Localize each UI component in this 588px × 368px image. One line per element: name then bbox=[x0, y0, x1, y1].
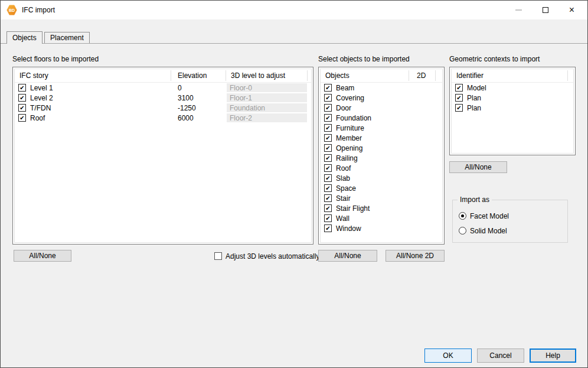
floor-elevation: 6000 bbox=[178, 114, 194, 122]
floor-3d-level[interactable]: Foundation bbox=[227, 103, 307, 112]
floors-all-none-button[interactable]: All/None bbox=[14, 250, 71, 262]
column-divider bbox=[226, 70, 226, 81]
object-row: ✔ Opening bbox=[321, 144, 442, 154]
adjust-3d-levels-checkbox[interactable]: ✔ bbox=[214, 252, 222, 260]
contexts-section-label: Geometric contexts to import bbox=[449, 55, 540, 63]
object-label: Stair bbox=[336, 194, 351, 203]
floor-row: ✔ Level 2 3100 Floor-1 bbox=[15, 93, 311, 103]
maximize-icon bbox=[543, 7, 548, 13]
object-checkbox[interactable]: ✔ bbox=[324, 224, 332, 232]
object-checkbox[interactable]: ✔ bbox=[324, 214, 332, 222]
object-label: Space bbox=[336, 184, 356, 193]
ifc-import-dialog: BD IFC import × Objects Placement Select… bbox=[0, 0, 588, 368]
facet-model-radio[interactable] bbox=[459, 212, 466, 220]
object-checkbox[interactable]: ✔ bbox=[324, 114, 332, 122]
column-divider bbox=[307, 70, 308, 81]
checkmark-icon: ✔ bbox=[325, 135, 330, 141]
object-label: Member bbox=[336, 134, 362, 142]
solid-model-radio[interactable] bbox=[459, 227, 466, 235]
object-row: ✔ Roof bbox=[321, 164, 442, 174]
object-label: Opening bbox=[336, 144, 362, 152]
object-label: Railing bbox=[336, 154, 358, 162]
object-row: ✔ Slab bbox=[321, 174, 442, 184]
object-label: Beam bbox=[336, 84, 354, 92]
floor-3d-level[interactable]: Floor-2 bbox=[227, 113, 307, 122]
close-icon: × bbox=[569, 5, 574, 15]
floor-3d-level[interactable]: Floor-1 bbox=[227, 93, 307, 102]
checkmark-icon: ✔ bbox=[456, 85, 461, 91]
objects-all-none-2d-button[interactable]: All/None 2D bbox=[386, 250, 445, 262]
object-checkbox[interactable]: ✔ bbox=[324, 84, 332, 92]
checkmark-icon: ✔ bbox=[325, 206, 330, 211]
object-row: ✔ Door bbox=[321, 103, 442, 113]
checkmark-icon: ✔ bbox=[19, 95, 24, 101]
object-checkbox[interactable]: ✔ bbox=[324, 194, 332, 202]
checkmark-icon: ✔ bbox=[19, 105, 24, 111]
objects-list-header: Objects 2D bbox=[321, 69, 442, 83]
object-row: ✔ Stair bbox=[321, 194, 442, 204]
object-label: Covering bbox=[336, 94, 364, 102]
context-checkbox[interactable]: ✔ bbox=[455, 84, 463, 92]
minimize-icon bbox=[515, 9, 522, 11]
floors-table-header: IFC story Elevation 3D level to adjust bbox=[15, 69, 311, 83]
object-row: ✔ Wall bbox=[321, 214, 442, 224]
cancel-button[interactable]: Cancel bbox=[477, 349, 524, 363]
minimize-button[interactable] bbox=[505, 1, 532, 19]
help-button[interactable]: Help bbox=[530, 349, 576, 363]
object-label: Stair Flight bbox=[336, 204, 370, 213]
contexts-all-none-button[interactable]: All/None bbox=[449, 161, 507, 173]
app-icon-text: BD bbox=[9, 8, 15, 12]
checkmark-icon: ✔ bbox=[325, 125, 330, 131]
context-row: ✔ Model bbox=[452, 83, 573, 93]
object-checkbox[interactable]: ✔ bbox=[324, 154, 332, 162]
column-divider bbox=[567, 70, 568, 81]
object-checkbox[interactable]: ✔ bbox=[324, 204, 332, 212]
floor-row: ✔ T/FDN -1250 Foundation bbox=[15, 103, 311, 113]
object-label: Window bbox=[336, 224, 361, 233]
object-row: ✔ Furniture bbox=[321, 123, 442, 133]
context-checkbox[interactable]: ✔ bbox=[455, 104, 463, 112]
tab-objects[interactable]: Objects bbox=[6, 31, 43, 44]
checkmark-icon: ✔ bbox=[325, 185, 330, 191]
object-checkbox[interactable]: ✔ bbox=[324, 134, 332, 142]
objects-all-none-button[interactable]: All/None bbox=[318, 250, 377, 262]
object-checkbox[interactable]: ✔ bbox=[324, 144, 332, 152]
object-checkbox[interactable]: ✔ bbox=[324, 164, 332, 172]
floor-checkbox[interactable]: ✔ bbox=[18, 84, 26, 92]
object-checkbox[interactable]: ✔ bbox=[324, 184, 332, 192]
object-checkbox[interactable]: ✔ bbox=[324, 104, 332, 112]
contexts-list-header: Identifier bbox=[452, 69, 573, 83]
column-divider bbox=[409, 70, 409, 81]
ok-button[interactable]: OK bbox=[424, 349, 472, 363]
object-checkbox[interactable]: ✔ bbox=[324, 94, 332, 102]
tab-placement[interactable]: Placement bbox=[44, 32, 90, 43]
object-checkbox[interactable]: ✔ bbox=[324, 124, 332, 132]
floor-row: ✔ Level 1 0 Floor-0 bbox=[15, 83, 311, 93]
maximize-button[interactable] bbox=[532, 1, 558, 19]
floor-checkbox[interactable]: ✔ bbox=[18, 104, 26, 112]
checkmark-icon: ✔ bbox=[19, 115, 24, 121]
column-elevation: Elevation bbox=[178, 71, 207, 80]
object-row: ✔ Railing bbox=[321, 154, 442, 164]
floor-checkbox[interactable]: ✔ bbox=[18, 94, 26, 102]
object-row: ✔ Space bbox=[321, 184, 442, 194]
context-checkbox[interactable]: ✔ bbox=[455, 94, 463, 102]
import-as-label: Import as bbox=[458, 196, 492, 204]
object-label: Wall bbox=[336, 214, 349, 223]
close-button[interactable]: × bbox=[558, 1, 585, 19]
checkmark-icon: ✔ bbox=[325, 95, 330, 101]
floor-elevation: 3100 bbox=[178, 94, 194, 102]
floor-checkbox[interactable]: ✔ bbox=[18, 114, 26, 122]
object-row: ✔ Member bbox=[321, 133, 442, 144]
checkmark-icon: ✔ bbox=[325, 226, 330, 232]
checkmark-icon: ✔ bbox=[325, 155, 330, 161]
column-divider bbox=[171, 70, 171, 81]
floor-3d-level[interactable]: Floor-0 bbox=[227, 83, 307, 92]
object-checkbox[interactable]: ✔ bbox=[324, 174, 332, 182]
object-row: ✔ Stair Flight bbox=[321, 204, 442, 214]
checkmark-icon: ✔ bbox=[325, 216, 330, 222]
object-row: ✔ Foundation bbox=[321, 113, 442, 123]
floor-elevation: -1250 bbox=[178, 104, 196, 112]
checkmark-icon: ✔ bbox=[456, 105, 461, 111]
checkmark-icon: ✔ bbox=[325, 196, 330, 201]
